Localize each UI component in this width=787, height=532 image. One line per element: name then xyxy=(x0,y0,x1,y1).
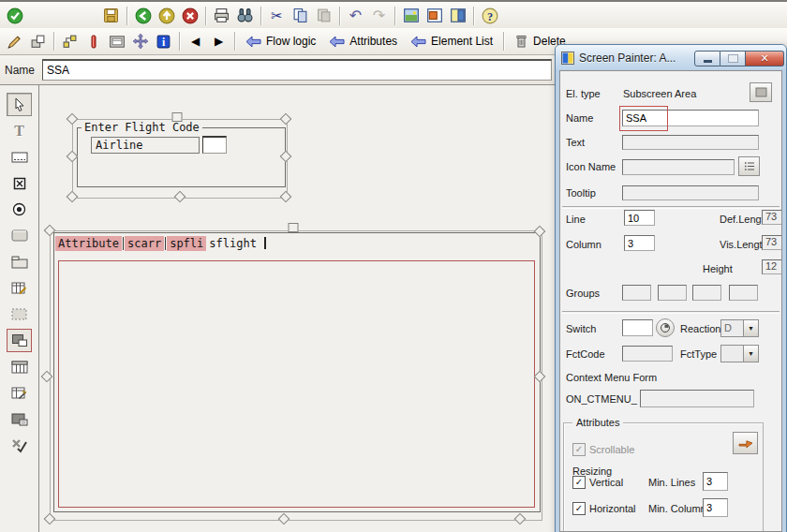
line-label: Line xyxy=(566,214,586,225)
cursor-bar-icon[interactable] xyxy=(82,30,105,52)
table-control-icon xyxy=(11,361,28,374)
tool-pointer[interactable] xyxy=(7,93,32,116)
fcttype-dropdown[interactable]: ▼ xyxy=(720,345,759,362)
on-ctmenu-label: ON_CTMENU_ xyxy=(566,393,637,405)
separator xyxy=(260,7,261,25)
maximize-button[interactable] xyxy=(720,51,746,66)
subscreen-small-icon xyxy=(755,87,767,97)
move-icon[interactable] xyxy=(128,30,152,52)
dlg-text-label: Text xyxy=(566,137,585,148)
element-list-button[interactable]: Element List xyxy=(404,30,499,52)
vis-length-value: 73 xyxy=(762,235,782,250)
scrollable-checkbox xyxy=(572,443,586,456)
tool-radio-button[interactable] xyxy=(7,198,32,221)
window-3-icon[interactable] xyxy=(446,5,469,27)
column-label: Column xyxy=(566,239,601,250)
separator xyxy=(394,7,395,25)
back-icon[interactable] xyxy=(131,5,155,27)
tool-entry-field[interactable] xyxy=(7,145,32,169)
selection-handle[interactable] xyxy=(172,112,183,122)
table-wizard-icon xyxy=(11,281,27,295)
chevron-down-icon[interactable]: ▼ xyxy=(743,320,758,336)
tool-table-control[interactable] xyxy=(7,355,32,378)
element-name-input[interactable] xyxy=(42,59,552,81)
help-icon[interactable]: ? xyxy=(478,5,501,27)
tab-attribute[interactable]: Attribute xyxy=(55,236,122,251)
min-lines-input[interactable] xyxy=(703,472,728,491)
selection-handle[interactable] xyxy=(289,223,299,232)
flow-logic-button[interactable]: Flow logic xyxy=(239,30,322,52)
group-box-title[interactable]: Enter Flight Code xyxy=(82,121,202,134)
dialog-body: El. type Subscreen Area Name Text Icon N… xyxy=(559,70,782,532)
print-icon[interactable] xyxy=(210,5,233,27)
screen-painter-window: ✂ ↶ ↷ ? xyxy=(0,0,787,532)
chevron-down-icon[interactable]: ▼ xyxy=(743,346,758,362)
def-length-value: 73 xyxy=(762,210,782,225)
tool-custom-control[interactable] xyxy=(7,407,32,431)
icon-list-button[interactable] xyxy=(738,156,760,176)
exit-up-icon[interactable] xyxy=(155,5,178,27)
find-icon[interactable] xyxy=(233,5,257,27)
el-type-button[interactable] xyxy=(750,82,772,102)
element-list-label: Element List xyxy=(431,35,493,48)
airline-label-element[interactable]: Airline xyxy=(91,137,200,154)
objects-icon[interactable] xyxy=(26,30,50,52)
reaction-dropdown[interactable]: D ▼ xyxy=(720,319,759,337)
airline-input-element[interactable] xyxy=(202,136,227,154)
window-controls: ✕ xyxy=(694,51,784,66)
tool-text[interactable]: T xyxy=(7,119,32,142)
minimize-button[interactable] xyxy=(694,51,720,66)
horizontal-checkbox[interactable] xyxy=(572,502,586,515)
tabstrip-body[interactable] xyxy=(58,260,535,508)
tab-spfli[interactable]: spfli xyxy=(167,236,206,251)
tab-sflight[interactable]: sflight xyxy=(206,236,260,251)
hierarchy-icon[interactable] xyxy=(58,30,82,52)
tool-status-icon[interactable] xyxy=(7,434,32,457)
text-icon: T xyxy=(14,123,24,140)
dialog-app-icon xyxy=(561,52,574,65)
window-1-icon[interactable] xyxy=(399,5,423,27)
prev-screen-icon[interactable]: ◀ xyxy=(184,30,207,52)
tool-subscreen-area[interactable] xyxy=(7,329,32,352)
tool-tabstrip-wizard[interactable] xyxy=(7,381,32,405)
copy-icon[interactable] xyxy=(289,5,312,27)
switch-input[interactable] xyxy=(622,319,653,336)
section-separator xyxy=(562,311,780,314)
separator xyxy=(53,32,54,51)
custom-control-icon xyxy=(11,413,28,426)
tool-pushbutton[interactable] xyxy=(7,224,32,247)
attributes-label: Attributes xyxy=(349,35,397,48)
next-screen-icon[interactable]: ▶ xyxy=(207,30,230,52)
column-input[interactable] xyxy=(624,235,655,251)
attributes-title: Attributes xyxy=(572,417,623,428)
edit-pencil-icon[interactable] xyxy=(3,30,26,52)
tool-box[interactable] xyxy=(7,250,32,273)
vertical-checkbox[interactable] xyxy=(572,476,586,489)
group-box-3 xyxy=(692,285,721,301)
tool-table-wizard[interactable] xyxy=(7,276,32,300)
cancel-icon[interactable] xyxy=(178,5,201,27)
line-input[interactable] xyxy=(624,210,655,226)
min-columns-input[interactable] xyxy=(703,498,728,517)
on-ctmenu-input[interactable] xyxy=(640,390,754,407)
cut-icon[interactable]: ✂ xyxy=(265,5,289,27)
tool-checkbox[interactable] xyxy=(7,171,32,195)
dialog-titlebar[interactable]: Screen Painter: A... ✕ xyxy=(556,45,786,69)
enter-check-icon[interactable] xyxy=(3,5,26,27)
tool-frame[interactable] xyxy=(7,303,32,326)
radio-icon xyxy=(12,202,26,216)
info-icon[interactable]: i xyxy=(152,30,175,52)
undo-icon[interactable]: ↶ xyxy=(344,5,367,27)
attributes-button[interactable]: Attributes xyxy=(322,30,404,52)
context-menu-form-label: Context Menu Form xyxy=(566,372,657,383)
save-icon[interactable] xyxy=(99,5,123,27)
tab-scarr[interactable]: scarr xyxy=(125,236,164,251)
height-value: 12 xyxy=(762,259,782,274)
more-attributes-button[interactable] xyxy=(733,432,758,454)
window-2-icon[interactable] xyxy=(423,5,446,27)
screens-icon[interactable] xyxy=(105,30,128,52)
reaction-label: Reaction xyxy=(680,323,720,334)
tooltip-input xyxy=(622,185,759,200)
close-button[interactable]: ✕ xyxy=(746,51,784,66)
switch-picker-button[interactable] xyxy=(656,318,675,337)
